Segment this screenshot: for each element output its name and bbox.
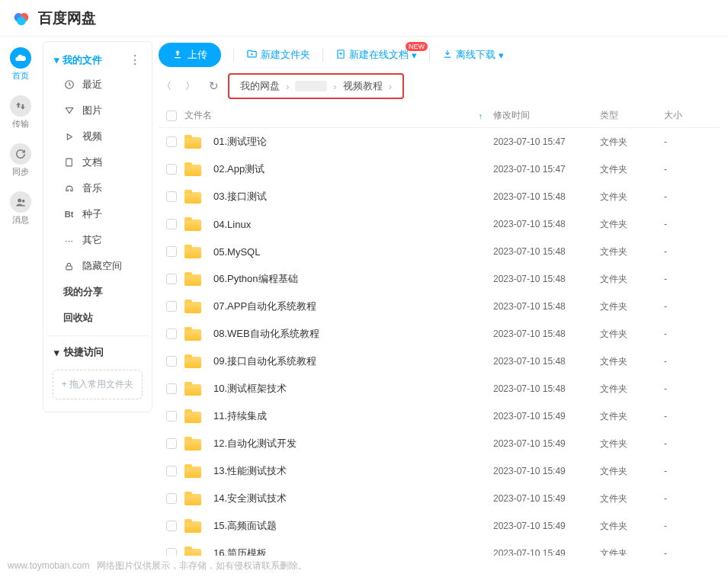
col-name-label[interactable]: 文件名 (184, 109, 212, 122)
table-row[interactable]: 11.持续集成2023-07-10 15:49文件夹- (159, 402, 720, 430)
file-size: - (664, 301, 720, 312)
select-all-checkbox[interactable] (166, 111, 177, 121)
table-row[interactable]: 10.测试框架技术2023-07-10 15:48文件夹- (159, 375, 720, 402)
offline-download-button[interactable]: 离线下载 ▾ (442, 48, 504, 62)
file-name[interactable]: 11.持续集成 (213, 409, 267, 423)
file-name[interactable]: 15.高频面试题 (213, 519, 277, 533)
table-row[interactable]: 02.App测试2023-07-10 15:47文件夹- (159, 155, 720, 183)
table-row[interactable]: 04.Linux2023-07-10 15:48文件夹- (159, 210, 720, 238)
table-row[interactable]: 08.WEB自动化系统教程2023-07-10 15:48文件夹- (159, 320, 720, 348)
row-checkbox[interactable] (166, 246, 177, 257)
file-date: 2023-07-10 15:48 (493, 301, 600, 312)
row-checkbox[interactable] (166, 356, 177, 367)
row-checkbox[interactable] (166, 548, 177, 556)
file-name[interactable]: 14.安全测试技术 (213, 492, 287, 505)
sidebar-item-docs[interactable]: 文档 (47, 149, 149, 175)
rail-home[interactable]: 首页 (10, 47, 31, 82)
file-name[interactable]: 09.接口自动化系统教程 (213, 354, 316, 368)
folder-icon (184, 272, 201, 286)
row-checkbox[interactable] (166, 466, 177, 476)
row-checkbox[interactable] (166, 136, 177, 147)
table-row[interactable]: 16.简历模板2023-07-10 15:49文件夹- (159, 540, 720, 556)
file-name[interactable]: 01.测试理论 (213, 135, 267, 149)
folder-icon (184, 464, 201, 478)
sidebar-recycle[interactable]: 回收站 (47, 305, 149, 331)
row-checkbox[interactable] (166, 301, 177, 312)
video-icon (63, 132, 75, 142)
file-name[interactable]: 07.APP自动化系统教程 (213, 300, 316, 313)
table-row[interactable]: 12.自动化测试开发2023-07-10 15:49文件夹- (159, 430, 720, 457)
table-row[interactable]: 09.接口自动化系统教程2023-07-10 15:48文件夹- (159, 348, 720, 375)
file-name[interactable]: 04.Linux (213, 219, 251, 230)
rail-messages[interactable]: 消息 (10, 191, 31, 226)
file-name[interactable]: 16.简历模板 (213, 547, 267, 556)
file-name[interactable]: 02.App测试 (213, 162, 265, 176)
row-checkbox[interactable] (166, 274, 177, 284)
table-row[interactable]: 15.高频面试题2023-07-10 15:49文件夹- (159, 512, 720, 540)
table-row[interactable]: 13.性能测试技术2023-07-10 15:49文件夹- (159, 457, 720, 485)
table-row[interactable]: 14.安全测试技术2023-07-10 15:49文件夹- (159, 485, 720, 512)
new-online-doc-button[interactable]: 新建在线文档 ▾ NEW (335, 48, 417, 62)
sidebar-item-torrent[interactable]: Bt 种子 (47, 201, 149, 227)
sidebar-quick-access[interactable]: ▾ 快捷访问 (47, 341, 149, 364)
file-type: 文件夹 (600, 438, 664, 450)
divider (47, 335, 149, 336)
breadcrumb-current[interactable]: 视频教程 (343, 79, 383, 93)
row-checkbox[interactable] (166, 383, 177, 394)
new-folder-button[interactable]: 新建文件夹 (246, 48, 310, 62)
upload-button[interactable]: 上传 (159, 43, 221, 67)
sidebar-item-other[interactable]: ··· 其它 (47, 227, 149, 253)
doc-icon (63, 157, 75, 168)
more-icon[interactable]: ⋮ (129, 53, 141, 67)
table-row[interactable]: 06.Python编程基础2023-07-10 15:48文件夹- (159, 265, 720, 293)
table-row[interactable]: 01.测试理论2023-07-10 15:47文件夹- (159, 128, 720, 155)
app-logo: 百度网盘 (11, 8, 96, 29)
file-name[interactable]: 06.Python编程基础 (213, 272, 298, 286)
sidebar-item-hidden[interactable]: 隐藏空间 (47, 253, 149, 279)
file-name[interactable]: 03.接口测试 (213, 190, 267, 204)
sidebar-item-videos[interactable]: 视频 (47, 123, 149, 149)
table-row[interactable]: 07.APP自动化系统教程2023-07-10 15:48文件夹- (159, 293, 720, 320)
file-name[interactable]: 05.MySQL (213, 246, 260, 258)
row-checkbox[interactable] (166, 164, 177, 175)
file-date: 2023-07-10 15:47 (493, 136, 600, 147)
breadcrumb-redacted[interactable] (295, 81, 327, 91)
sidebar-my-share[interactable]: 我的分享 (47, 279, 149, 305)
file-type: 文件夹 (600, 492, 664, 505)
sidebar-item-music[interactable]: 音乐 (47, 175, 149, 201)
row-checkbox[interactable] (166, 219, 177, 229)
file-name[interactable]: 08.WEB自动化系统教程 (213, 327, 319, 341)
row-checkbox[interactable] (166, 191, 177, 202)
row-checkbox[interactable] (166, 329, 177, 339)
file-name[interactable]: 12.自动化测试开发 (213, 437, 297, 450)
sidebar-my-files[interactable]: ▾ 我的文件 ⋮ (47, 48, 149, 72)
file-type: 文件夹 (600, 465, 664, 478)
nav-back-button[interactable]: 〈 (159, 78, 175, 95)
nav-forward-button[interactable]: 〉 (182, 78, 198, 95)
row-checkbox[interactable] (166, 521, 177, 531)
table-row[interactable]: 05.MySQL2023-07-10 15:48文件夹- (159, 238, 720, 265)
col-type-label[interactable]: 类型 (600, 109, 664, 122)
col-date-label[interactable]: 修改时间 (493, 109, 600, 122)
folder-icon (184, 245, 201, 258)
file-name[interactable]: 10.测试框架技术 (213, 382, 287, 396)
cloud-icon (10, 47, 31, 69)
file-date: 2023-07-10 15:49 (493, 466, 600, 476)
breadcrumb: 我的网盘 › › 视频教程 › (228, 73, 404, 99)
nav-refresh-button[interactable]: ↻ (206, 78, 222, 95)
row-checkbox[interactable] (166, 493, 177, 504)
file-name[interactable]: 13.性能测试技术 (213, 464, 287, 478)
rail-transfer[interactable]: 传输 (10, 95, 31, 130)
rail-sync[interactable]: 同步 (10, 143, 31, 178)
sidebar-item-recent[interactable]: 最近 (47, 72, 149, 98)
row-checkbox[interactable] (166, 411, 177, 422)
table-row[interactable]: 03.接口测试2023-07-10 15:48文件夹- (159, 183, 720, 210)
sort-asc-icon[interactable]: ↑ (479, 111, 483, 120)
breadcrumb-root[interactable]: 我的网盘 (240, 79, 280, 93)
col-size-label[interactable]: 大小 (664, 109, 720, 122)
file-size: - (664, 466, 720, 476)
sidebar-item-images[interactable]: 图片 (47, 98, 149, 123)
new-folder-label: 新建文件夹 (261, 48, 310, 62)
quick-access-drop[interactable]: + 拖入常用文件夹 (53, 370, 143, 399)
row-checkbox[interactable] (166, 438, 177, 449)
